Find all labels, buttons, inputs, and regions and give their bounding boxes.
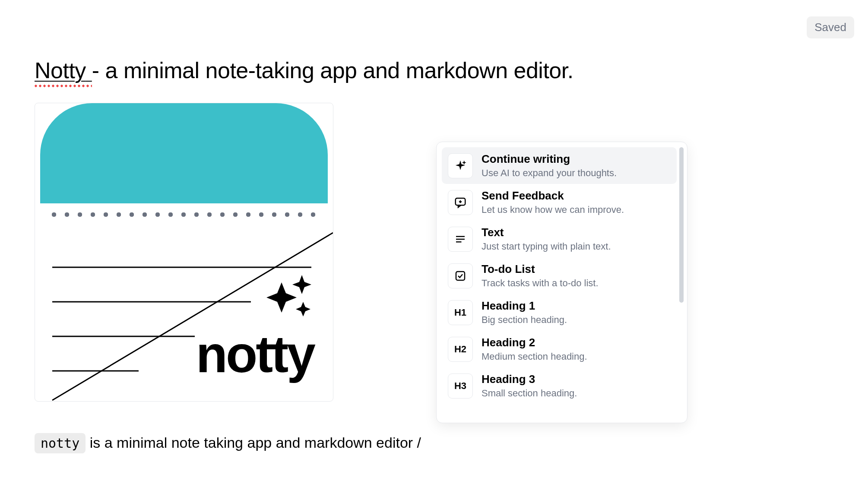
h1-icon: H1 [448,300,473,325]
menu-item-send-feedback[interactable]: Send FeedbackLet us know how we can impr… [442,184,677,221]
menu-item-description: Small section heading. [482,388,577,399]
menu-item-title: Heading 2 [482,336,587,349]
menu-item-continue-writing[interactable]: Continue writingUse AI to expand your th… [442,147,677,184]
todo-icon [448,263,473,288]
menu-item-description: Just start typing with plain text. [482,241,611,252]
h3-icon: H3 [448,373,473,399]
menu-item-title: Send Feedback [482,189,624,203]
svg-rect-11 [456,272,465,280]
page-title-rest: - a minimal note-taking app and markdown… [92,58,573,83]
menu-item-description: Let us know how we can improve. [482,204,624,215]
scrollbar-thumb[interactable] [679,147,684,303]
body-paragraph-text: is a minimal note taking app and markdow… [86,434,421,451]
menu-item-heading-2[interactable]: H2Heading 2Medium section heading. [442,331,677,367]
page-title: Notty - a minimal note-taking app and ma… [35,57,573,83]
body-paragraph[interactable]: notty is a minimal note taking app and m… [35,434,421,451]
menu-item-texts: To-do ListTrack tasks with a to-do list. [482,263,599,289]
logo-card: notty [35,103,333,402]
menu-item-texts: Continue writingUse AI to expand your th… [482,152,617,179]
menu-item-description: Medium section heading. [482,351,587,362]
status-saved-badge: Saved [807,16,854,38]
sparkle-icon [262,272,314,323]
page-title-link-text: Notty [35,58,86,83]
menu-item-text[interactable]: TextJust start typing with plain text. [442,221,677,257]
menu-item-title: Continue writing [482,152,617,166]
menu-item-title: Heading 3 [482,373,577,386]
page-title-link-word[interactable]: Notty [35,58,92,83]
menu-item-texts: Heading 3Small section heading. [482,373,577,399]
menu-item-heading-1[interactable]: H1Heading 1Big section heading. [442,294,677,331]
menu-item-texts: Heading 2Medium section heading. [482,336,587,362]
menu-item-description: Track tasks with a to-do list. [482,278,599,289]
h2-icon: H2 [448,337,473,362]
logo-wordmark: notty [196,324,314,384]
menu-item-description: Use AI to expand your thoughts. [482,168,617,179]
sparkle-icon [448,153,473,178]
menu-item-title: Heading 1 [482,299,567,313]
text-icon [448,227,473,252]
menu-item-title: Text [482,226,611,239]
menu-item-texts: Send FeedbackLet us know how we can impr… [482,189,624,215]
feedback-icon [448,190,473,215]
menu-item-description: Big section heading. [482,314,567,326]
menu-item-to-do-list[interactable]: To-do ListTrack tasks with a to-do list. [442,257,677,294]
spellcheck-underline [35,85,92,87]
menu-item-title: To-do List [482,263,599,276]
menu-item-texts: TextJust start typing with plain text. [482,226,611,252]
slash-command-menu: Continue writingUse AI to expand your th… [436,142,687,423]
menu-item-texts: Heading 1Big section heading. [482,299,567,326]
menu-item-heading-3[interactable]: H3Heading 3Small section heading. [442,367,677,404]
inline-code-notty: notty [35,433,86,453]
